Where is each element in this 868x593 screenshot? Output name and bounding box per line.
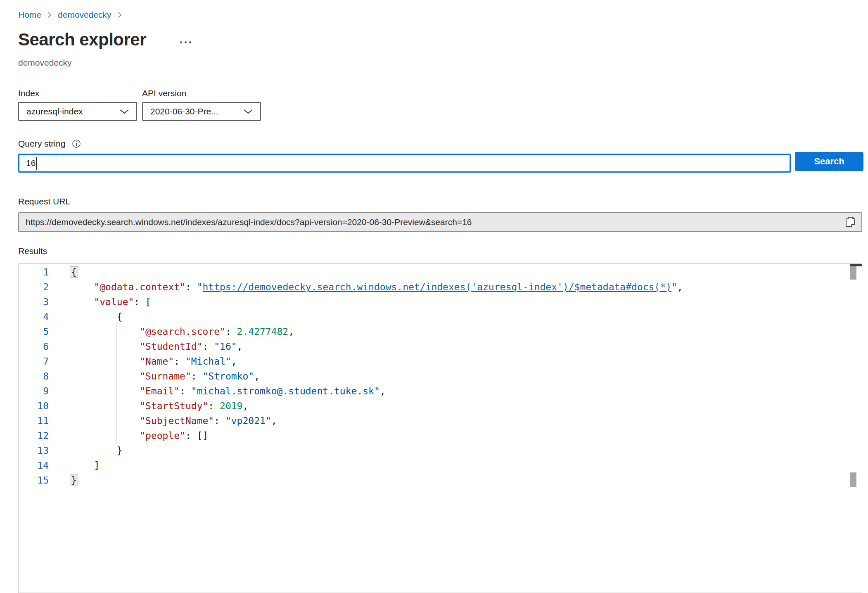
- line-number: 14: [19, 458, 71, 473]
- code-line: "StartStudy": 2019,: [71, 398, 843, 413]
- code-line: ]: [71, 458, 843, 473]
- request-url-field[interactable]: https://demovedecky.search.windows.net/i…: [18, 212, 862, 232]
- line-number: 12: [19, 428, 71, 443]
- index-dropdown-value: azuresql-index: [26, 107, 83, 116]
- code-line: "people": []: [71, 428, 843, 443]
- page-title: Search explorer: [18, 30, 146, 50]
- api-version-dropdown-value: 2020-06-30-Pre...: [150, 107, 218, 116]
- line-number: 1: [19, 265, 71, 280]
- line-number: 15: [19, 473, 71, 488]
- line-number: 6: [19, 339, 71, 354]
- index-dropdown[interactable]: azuresql-index: [18, 102, 137, 121]
- index-label: Index: [18, 88, 39, 98]
- chevron-down-icon: [243, 107, 254, 116]
- line-number: 5: [19, 324, 71, 339]
- dot-icon: [180, 41, 182, 43]
- breadcrumb-link-home[interactable]: Home: [18, 10, 41, 20]
- chevron-right-icon: [47, 11, 52, 19]
- code-line: "@odata.context": "https://demovedecky.s…: [71, 280, 843, 294]
- code-line: "StudentId": "16",: [71, 339, 843, 354]
- api-version-label: API version: [142, 88, 186, 98]
- results-editor[interactable]: 123456789101112131415 { "@odata.context"…: [18, 263, 862, 593]
- code-line: }: [71, 473, 843, 488]
- api-version-dropdown[interactable]: 2020-06-30-Pre...: [142, 102, 261, 121]
- search-button[interactable]: Search: [795, 152, 863, 171]
- code-line: "Name": "Michal",: [71, 354, 843, 369]
- line-number: 9: [19, 384, 71, 398]
- info-icon[interactable]: [72, 139, 81, 148]
- query-string-input[interactable]: [18, 154, 791, 173]
- line-number: 7: [19, 354, 71, 369]
- editor-gutter: 123456789101112131415: [19, 265, 71, 488]
- code-line: {: [71, 265, 843, 280]
- code-line: "value": [: [71, 294, 843, 309]
- indent-guide: [94, 310, 94, 458]
- scrollbar-thumb[interactable]: [850, 266, 856, 280]
- line-number: 4: [19, 309, 71, 324]
- line-number: 10: [19, 398, 71, 413]
- breadcrumb-link-demovedecky[interactable]: demovedecky: [58, 10, 111, 20]
- dot-icon: [185, 41, 187, 43]
- more-options-button[interactable]: [178, 40, 193, 45]
- line-number: 8: [19, 369, 71, 384]
- copy-icon[interactable]: [844, 216, 856, 229]
- code-line: "Email": "michal.stromko@.student.tuke.s…: [71, 384, 843, 398]
- query-string-label: Query string: [18, 139, 65, 149]
- line-number: 2: [19, 280, 71, 294]
- scrollbar-thumb[interactable]: [850, 472, 856, 487]
- line-number: 3: [19, 294, 71, 309]
- request-url-label: Request URL: [18, 197, 70, 206]
- indent-guide: [70, 280, 70, 473]
- code-line: "Surname": "Stromko",: [71, 369, 843, 384]
- chevron-down-icon: [119, 107, 130, 116]
- code-line: }: [71, 443, 843, 458]
- results-label: Results: [18, 246, 47, 256]
- code-lines: { "@odata.context": "https://demovedecky…: [71, 265, 843, 488]
- text-caret: [36, 157, 37, 170]
- line-number: 13: [19, 443, 71, 458]
- request-url-value: https://demovedecky.search.windows.net/i…: [26, 217, 840, 227]
- dot-icon: [189, 41, 191, 43]
- code-line: {: [71, 309, 843, 324]
- breadcrumb: Home demovedecky: [18, 10, 122, 20]
- page-subtitle: demovedecky: [18, 58, 72, 68]
- indent-guide: [116, 322, 117, 444]
- code-line: "@search.score": 2.4277482,: [71, 324, 843, 339]
- chevron-right-icon: [117, 11, 122, 19]
- code-line: "SubjectName": "vp2021",: [71, 413, 843, 428]
- line-number: 11: [19, 413, 71, 428]
